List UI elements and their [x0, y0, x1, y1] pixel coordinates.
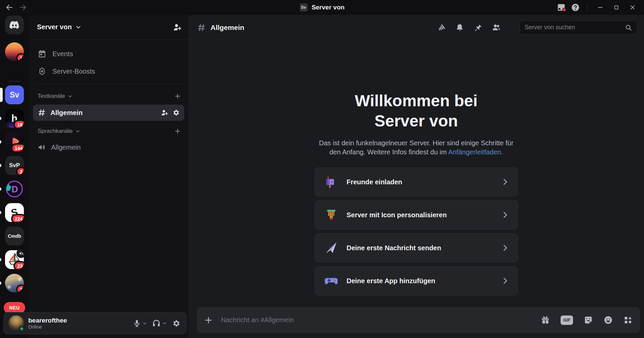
mic-icon: [133, 319, 141, 327]
channel-settings-icon[interactable]: [172, 109, 180, 116]
voice-controls: [131, 317, 182, 330]
back-icon[interactable]: [5, 3, 13, 11]
boost-icon: [38, 67, 46, 76]
boost-bars-icon[interactable]: [437, 23, 446, 32]
minimize-icon[interactable]: [594, 0, 607, 15]
dm-avatar[interactable]: 1: [5, 42, 24, 61]
server-svp[interactable]: SvP 2: [5, 156, 24, 175]
server-h[interactable]: h 18: [5, 109, 24, 128]
server-person-badge: 3: [16, 285, 24, 293]
server-sailboat[interactable]: 23: [5, 250, 24, 269]
server-s[interactable]: S 224: [5, 203, 24, 222]
server-cmdb[interactable]: Cmdb: [5, 227, 24, 246]
gif-picker-icon[interactable]: GIF: [561, 315, 573, 325]
controller-icon: [324, 273, 339, 288]
sidebar-item-events[interactable]: Events: [29, 45, 188, 63]
text-section-label: Textkanäle: [38, 93, 65, 100]
chevron-down-icon: [75, 129, 80, 134]
add-attachment-icon[interactable]: [204, 316, 213, 325]
apps-icon[interactable]: [623, 315, 633, 325]
header-actions: [437, 21, 637, 35]
text-channel-name: Allgemein: [50, 109, 83, 117]
search-box: [520, 21, 637, 35]
server-s-badge: 224: [11, 214, 24, 222]
notification-settings-icon[interactable]: [455, 23, 464, 32]
card-label: Deine erste Nachricht senden: [347, 244, 441, 252]
speaker-icon: [38, 143, 46, 151]
discord-app: { "titlebar": { "badge": "Sv", "title": …: [0, 0, 644, 338]
unread-indicator: [0, 258, 1, 261]
window-title-group: Sv Server von: [299, 0, 344, 15]
gift-icon[interactable]: [541, 315, 550, 325]
section-voice-channels[interactable]: Sprachkanäle: [29, 123, 188, 139]
new-server-pill[interactable]: NEU: [4, 302, 25, 313]
help-icon[interactable]: [570, 2, 581, 13]
server-triangle[interactable]: 144: [5, 133, 24, 151]
channel-header: Allgemein: [188, 15, 644, 40]
server-sailboat-badge: 23: [13, 261, 24, 269]
forward-icon[interactable]: [19, 3, 27, 11]
onboarding-cards: Freunde einladen Server mit Icon persona…: [315, 167, 518, 295]
welcome-section: Willkommen beiServer von Das ist dein fu…: [315, 91, 518, 299]
user-avatar[interactable]: [8, 315, 24, 331]
user-status: Online: [28, 324, 67, 330]
home-button[interactable]: [5, 15, 24, 34]
card-personalize-icon[interactable]: Server mit Icon personalisieren: [315, 200, 518, 229]
channel-allgemein-selected[interactable]: Allgemein: [33, 105, 184, 121]
sidebar-divider: [34, 84, 183, 84]
discord-logo-icon: [9, 20, 20, 30]
sticker-icon[interactable]: [584, 315, 593, 325]
welcome-description: Das ist dein funkelnagelneuer Server. Hi…: [315, 139, 518, 157]
member-list-icon[interactable]: [492, 23, 501, 32]
emoji-icon[interactable]: [604, 315, 613, 325]
section-text-channels[interactable]: Textkanäle: [29, 88, 188, 104]
invite-people-icon[interactable]: [173, 23, 182, 32]
pinned-messages-icon[interactable]: [473, 23, 482, 32]
server-person-avatar[interactable]: 3: [5, 274, 24, 293]
rail-divider: [8, 81, 21, 82]
server-header[interactable]: Server von: [29, 15, 188, 40]
events-label: Events: [52, 50, 73, 58]
username: bearerofthee: [28, 317, 67, 324]
card-invite-friends[interactable]: Freunde einladen: [315, 167, 518, 196]
titlebar-divider: [587, 4, 588, 11]
titlebar-controls: [556, 0, 639, 15]
add-text-channel-icon[interactable]: [174, 93, 181, 100]
server-sv-selected[interactable]: Sv: [5, 85, 24, 104]
card-label: Deine erste App hinzufügen: [347, 277, 435, 285]
voice-channel-allgemein[interactable]: Allgemein: [29, 139, 188, 156]
selected-server-pill: [0, 88, 3, 102]
unread-indicator: [0, 140, 1, 144]
channel-list: Events Server-Boosts Textkanäle Allgemei…: [29, 40, 188, 156]
chevron-right-icon: [501, 211, 509, 219]
card-first-message[interactable]: Deine erste Nachricht senden: [315, 233, 518, 262]
gear-icon: [172, 319, 180, 328]
beginner-guide-link[interactable]: Anfängerleitfaden: [448, 148, 501, 156]
user-panel: bearerofthee Online: [3, 312, 187, 334]
maximize-icon[interactable]: [610, 0, 623, 15]
composer-actions: GIF: [541, 315, 633, 325]
card-add-app[interactable]: Deine erste App hinzufügen: [315, 266, 518, 295]
voice-section-label: Sprachkanäle: [38, 128, 73, 135]
unread-indicator: [0, 211, 1, 214]
inbox-icon[interactable]: [556, 2, 567, 13]
server-svp-badge: 2: [16, 167, 24, 175]
deafen-button[interactable]: [151, 317, 168, 330]
invite-to-channel-icon[interactable]: [161, 109, 168, 116]
welcome-title-line1: Willkommen bei: [355, 92, 478, 110]
close-icon[interactable]: [626, 0, 639, 15]
add-voice-channel-icon[interactable]: [174, 128, 181, 135]
unread-indicator: [0, 117, 1, 120]
channel-title: Allgemein: [211, 24, 244, 32]
server-sv-initials: Sv: [10, 90, 19, 100]
sidebar-item-server-boosts[interactable]: Server-Boosts: [29, 63, 188, 80]
headphones-icon: [152, 319, 161, 328]
mute-button[interactable]: [131, 317, 149, 329]
chevron-down-icon: [75, 24, 82, 31]
user-settings-button[interactable]: [171, 317, 182, 330]
message-input[interactable]: [221, 316, 534, 324]
search-input[interactable]: [525, 24, 625, 31]
server-d[interactable]: D: [5, 180, 24, 198]
user-info[interactable]: bearerofthee Online: [28, 317, 67, 330]
search-icon[interactable]: [625, 24, 632, 31]
